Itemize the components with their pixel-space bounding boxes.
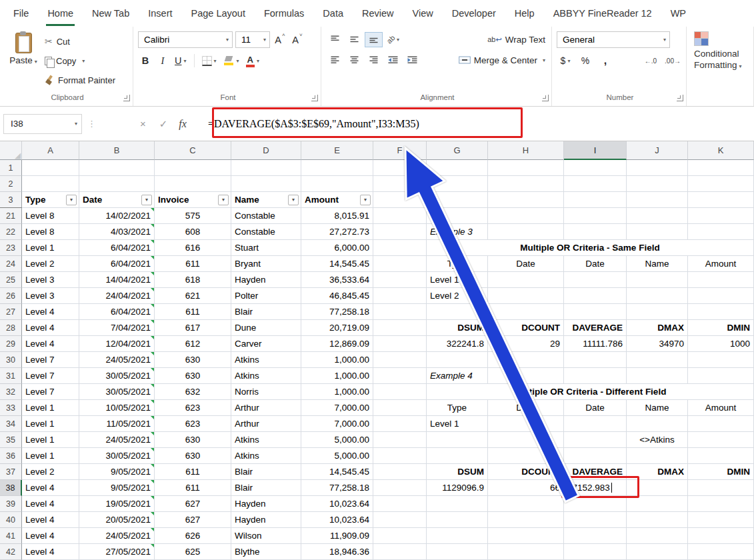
- cell-H26[interactable]: [488, 288, 564, 304]
- cell-B33[interactable]: 10/05/2021: [79, 400, 155, 416]
- row-header-26[interactable]: 26: [0, 288, 22, 304]
- row-header-23[interactable]: 23: [0, 240, 22, 256]
- cell-I26[interactable]: [564, 288, 627, 304]
- column-header-D[interactable]: D: [231, 141, 301, 160]
- cell-C27[interactable]: 611: [155, 304, 231, 320]
- tab-view[interactable]: View: [403, 0, 443, 27]
- bold-button[interactable]: B: [138, 53, 153, 69]
- cell-B22[interactable]: 4/03/2021: [79, 224, 155, 240]
- cell-C36[interactable]: 630: [155, 448, 231, 464]
- cell-K36[interactable]: [688, 448, 754, 464]
- select-all-button[interactable]: ◢: [0, 141, 22, 160]
- cell-G23[interactable]: Multiple OR Criteria - Same Field: [427, 240, 754, 256]
- percent-style-button[interactable]: %: [577, 53, 594, 69]
- cell-F23[interactable]: [373, 240, 427, 256]
- conditional-formatting-button[interactable]: ConditionalFormatting▾: [691, 31, 751, 72]
- cell-C38[interactable]: 611: [155, 480, 231, 496]
- fill-color-button[interactable]: ▾: [221, 53, 241, 69]
- cell-C21[interactable]: 575: [155, 208, 231, 224]
- cell-E35[interactable]: 5,000.00: [301, 432, 373, 448]
- cell-K24[interactable]: Amount: [688, 256, 754, 272]
- row-header-42[interactable]: 42: [0, 544, 22, 560]
- cell-J30[interactable]: [627, 352, 688, 368]
- cell-K30[interactable]: [688, 352, 754, 368]
- cell-D22[interactable]: Constable: [231, 224, 301, 240]
- cell-H34[interactable]: [488, 416, 564, 432]
- cell-J25[interactable]: [627, 272, 688, 288]
- cell-B39[interactable]: 19/05/2021: [79, 496, 155, 512]
- cell-F41[interactable]: [373, 528, 427, 544]
- cell-I21[interactable]: [564, 208, 627, 224]
- copy-button[interactable]: Copy▾: [42, 53, 118, 69]
- cell-E21[interactable]: 8,015.91: [301, 208, 373, 224]
- cell-J36[interactable]: [627, 448, 688, 464]
- cell-A42[interactable]: Level 4: [22, 544, 79, 560]
- cell-E34[interactable]: 7,000.00: [301, 416, 373, 432]
- cell-A25[interactable]: Level 3: [22, 272, 79, 288]
- cell-B34[interactable]: 11/05/2021: [79, 416, 155, 432]
- cell-D28[interactable]: Dune: [231, 320, 301, 336]
- row-header-31[interactable]: 31: [0, 368, 22, 384]
- column-header-B[interactable]: B: [79, 141, 155, 160]
- cell-E26[interactable]: 46,845.45: [301, 288, 373, 304]
- formula-input[interactable]: =DAVERAGE($A$3:$E$69,"Amount",I33:M35): [208, 118, 419, 130]
- cell-G28[interactable]: DSUM: [427, 320, 488, 336]
- cell-J31[interactable]: [627, 368, 688, 384]
- cell-I1[interactable]: [564, 160, 627, 176]
- row-header-27[interactable]: 27: [0, 304, 22, 320]
- cell-B1[interactable]: [79, 160, 155, 176]
- filter-button-name[interactable]: ▾: [288, 195, 299, 205]
- row-header-22[interactable]: 22: [0, 224, 22, 240]
- underline-button[interactable]: U▾: [173, 53, 189, 69]
- row-header-24[interactable]: 24: [0, 256, 22, 272]
- table-header-date[interactable]: Date▾: [79, 192, 155, 208]
- column-header-H[interactable]: H: [488, 141, 564, 160]
- cell-J39[interactable]: [627, 496, 688, 512]
- paste-button[interactable]: Paste▾: [5, 31, 42, 65]
- tab-page-layout[interactable]: Page Layout: [181, 0, 254, 27]
- cell-G29[interactable]: 322241.8: [427, 336, 488, 352]
- cell-G34[interactable]: Level 1: [427, 416, 488, 432]
- cell-K29[interactable]: 1000: [688, 336, 754, 352]
- cell-G25[interactable]: Level 1: [427, 272, 488, 288]
- cell-F42[interactable]: [373, 544, 427, 560]
- cell-C32[interactable]: 632: [155, 384, 231, 400]
- cell-C24[interactable]: 611: [155, 256, 231, 272]
- cell-A35[interactable]: Level 1: [22, 432, 79, 448]
- cell-K27[interactable]: [688, 304, 754, 320]
- row-header-2[interactable]: 2: [0, 176, 22, 192]
- accounting-format-button[interactable]: $▾: [557, 53, 574, 69]
- cell-J27[interactable]: [627, 304, 688, 320]
- cell-C30[interactable]: 630: [155, 352, 231, 368]
- tab-data[interactable]: Data: [313, 0, 353, 27]
- cell-C42[interactable]: 625: [155, 544, 231, 560]
- column-header-F[interactable]: F: [373, 141, 427, 160]
- cell-D23[interactable]: Stuart: [231, 240, 301, 256]
- cell-E24[interactable]: 14,545.45: [301, 256, 373, 272]
- cell-D25[interactable]: Hayden: [231, 272, 301, 288]
- cell-D42[interactable]: Blythe: [231, 544, 301, 560]
- filter-button-type[interactable]: ▾: [66, 195, 77, 205]
- cell-G3[interactable]: [427, 192, 488, 208]
- cell-B28[interactable]: 7/04/2021: [79, 320, 155, 336]
- cell-C31[interactable]: 630: [155, 368, 231, 384]
- alignment-dialog-launcher-icon[interactable]: [542, 95, 549, 101]
- cell-K2[interactable]: [688, 176, 754, 192]
- cell-B35[interactable]: 24/05/2021: [79, 432, 155, 448]
- cell-C2[interactable]: [155, 176, 231, 192]
- cell-J24[interactable]: Name: [627, 256, 688, 272]
- cell-I38[interactable]: 17152.983: [564, 480, 627, 496]
- cell-G33[interactable]: Type: [427, 400, 488, 416]
- cell-J42[interactable]: [627, 544, 688, 560]
- bottom-align-button[interactable]: [365, 32, 383, 47]
- cell-E1[interactable]: [301, 160, 373, 176]
- cell-F3[interactable]: [373, 192, 427, 208]
- cell-C25[interactable]: 618: [155, 272, 231, 288]
- cell-K41[interactable]: [688, 528, 754, 544]
- cell-C39[interactable]: 627: [155, 496, 231, 512]
- cell-I22[interactable]: [564, 224, 627, 240]
- cell-B23[interactable]: 6/04/2021: [79, 240, 155, 256]
- row-header-34[interactable]: 34: [0, 416, 22, 432]
- cell-D24[interactable]: Bryant: [231, 256, 301, 272]
- row-header-1[interactable]: 1: [0, 160, 22, 176]
